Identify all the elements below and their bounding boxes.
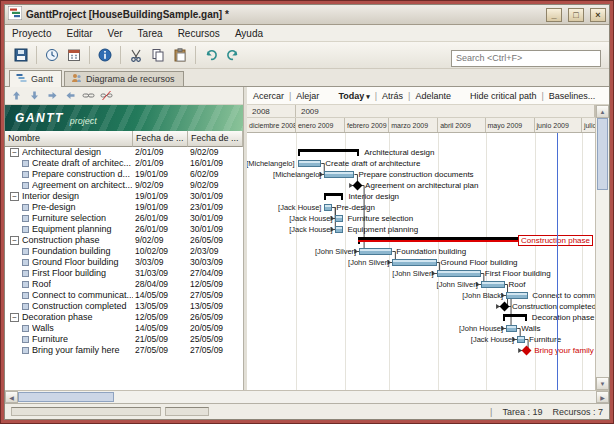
menu-item-proyecto[interactable]: Proyecto <box>12 28 51 39</box>
task-row[interactable]: −Interior design19/01/0930/01/09 <box>5 191 243 202</box>
paste-icon[interactable] <box>169 44 191 66</box>
task-start-date: 14/05/09 <box>133 323 188 334</box>
maximize-button[interactable]: □ <box>568 8 584 22</box>
gantt-task-bar[interactable] <box>481 281 505 288</box>
scroll-right-button[interactable]: ▶ <box>596 391 609 403</box>
title-bar[interactable]: GanttProject [HouseBuildingSample.gan] *… <box>5 5 609 25</box>
resource-label: [John House] <box>459 324 503 333</box>
task-row[interactable]: Agreement on architect...9/02/099/02/09 <box>5 180 243 191</box>
task-row[interactable]: Prepare construction d...19/01/096/02/09 <box>5 169 243 180</box>
chart-control-alejar[interactable]: Alejar <box>296 91 319 101</box>
gantt-summary-bar[interactable] <box>503 314 527 317</box>
gantt-task-bar[interactable] <box>324 171 354 178</box>
task-row[interactable]: Roof28/04/0912/05/09 <box>5 279 243 290</box>
tree-expander-icon[interactable]: − <box>10 148 19 157</box>
menu-item-tarea[interactable]: Tarea <box>138 28 163 39</box>
copy-icon[interactable] <box>147 44 169 66</box>
task-count-label: Tarea : 19 <box>502 407 542 417</box>
task-name-cell: Furniture selection <box>5 213 133 224</box>
task-row[interactable]: Furniture21/05/0925/05/09 <box>5 334 243 345</box>
chart-control-acercar[interactable]: Acercar <box>253 91 284 101</box>
calendar-icon[interactable] <box>63 44 85 66</box>
task-row[interactable]: Pre-design19/01/0923/01/09 <box>5 202 243 213</box>
tree-expander-icon[interactable]: − <box>10 236 19 245</box>
save-icon[interactable] <box>10 44 32 66</box>
tree-indent <box>7 306 19 307</box>
chart-control-baselines[interactable]: Baselines... <box>549 91 596 101</box>
task-row[interactable]: Connect to communicat...14/05/0927/05/09 <box>5 290 243 301</box>
gantt-task-bar[interactable] <box>324 204 332 211</box>
task-row[interactable]: Ground Floor building3/03/0930/03/09 <box>5 257 243 268</box>
vertical-scrollbar[interactable]: ▲ ▼ <box>595 105 609 390</box>
logo-title: GANTT <box>15 111 64 125</box>
undo-icon[interactable] <box>200 44 222 66</box>
task-row[interactable]: Walls14/05/0920/05/09 <box>5 323 243 334</box>
chart-control-hide-critical-path[interactable]: Hide critical path <box>470 91 537 101</box>
task-start-date: 9/02/09 <box>133 180 188 191</box>
gantt-task-bar[interactable] <box>437 270 481 277</box>
menu-item-recursos[interactable]: Recursos <box>178 28 220 39</box>
gantt-task-bar[interactable] <box>298 160 322 167</box>
gantt-task-bar[interactable] <box>392 259 436 266</box>
outdent-icon[interactable] <box>63 89 78 103</box>
gantt-summary-bar[interactable] <box>324 193 343 196</box>
chart-control-today[interactable]: Today▾ <box>338 91 369 101</box>
toolbar-buttons <box>10 44 244 66</box>
task-row[interactable]: Bring your family here27/05/0927/05/09 <box>5 345 243 356</box>
task-name-cell: Furniture <box>5 334 133 345</box>
task-row[interactable]: Foundation building10/02/092/03/09 <box>5 246 243 257</box>
chart-control-atr-s[interactable]: Atrás <box>382 91 403 101</box>
close-button[interactable]: × <box>590 8 606 22</box>
gantt-task-bar[interactable] <box>506 325 517 332</box>
column-header-fecha-de-2[interactable]: Fecha de ... <box>188 131 243 147</box>
scroll-down-button[interactable]: ▼ <box>596 377 609 390</box>
gantt-summary-bar[interactable] <box>298 149 360 152</box>
tree-expander-icon[interactable]: − <box>10 313 19 322</box>
unlink-tasks-icon[interactable] <box>99 89 114 103</box>
minimize-button[interactable]: _ <box>546 8 562 22</box>
task-row[interactable]: Create draft of architec...2/01/0916/01/… <box>5 158 243 169</box>
vertical-scroll-track[interactable] <box>596 118 609 377</box>
tree-indent <box>7 207 19 208</box>
horizontal-scroll-track[interactable] <box>18 391 596 403</box>
task-name-label: Equipment planning <box>32 224 112 235</box>
menu-item-ver[interactable]: Ver <box>108 28 123 39</box>
arrow-down-icon[interactable] <box>27 89 42 103</box>
task-leaf-icon <box>22 204 29 211</box>
task-row[interactable]: First Floor building31/03/0927/04/09 <box>5 268 243 279</box>
task-end-date: 6/02/09 <box>188 169 243 180</box>
indent-icon[interactable] <box>45 89 60 103</box>
gantt-task-bar[interactable] <box>517 336 525 343</box>
gantt-task-bar[interactable] <box>506 292 528 299</box>
cut-icon[interactable] <box>125 44 147 66</box>
column-header-fecha-de-1[interactable]: Fecha de ... <box>133 131 188 147</box>
menu-item-editar[interactable]: Editar <box>66 28 92 39</box>
scroll-left-button[interactable]: ◀ <box>5 391 18 403</box>
scroll-up-button[interactable]: ▲ <box>596 105 609 118</box>
task-row[interactable]: −Construction phase9/02/0926/05/09 <box>5 235 243 246</box>
clock-icon[interactable] <box>41 44 63 66</box>
column-header-nombre-0[interactable]: Nombre <box>5 131 133 147</box>
gantt-task-bar[interactable] <box>335 215 343 222</box>
task-row[interactable]: Construction completed13/05/0913/05/09 <box>5 301 243 312</box>
gantt-task-bar[interactable] <box>359 248 392 255</box>
tree-expander-icon[interactable]: − <box>10 192 19 201</box>
arrow-up-icon[interactable] <box>9 89 24 103</box>
search-input[interactable] <box>451 50 601 67</box>
chart-control-adelante[interactable]: Adelante <box>415 91 451 101</box>
horizontal-scroll-thumb[interactable] <box>18 392 114 402</box>
link-tasks-icon[interactable] <box>81 89 96 103</box>
menu-item-ayuda[interactable]: Ayuda <box>235 28 263 39</box>
task-row[interactable]: −Architectural design2/01/099/02/09 <box>5 147 243 158</box>
timeline-year-2009: 2009 <box>296 105 595 117</box>
redo-icon[interactable] <box>222 44 244 66</box>
task-row[interactable]: −Decoration phase12/05/0926/05/09 <box>5 312 243 323</box>
task-row[interactable]: Equipment planning26/01/0930/01/09 <box>5 224 243 235</box>
tab-gantt[interactable]: Gantt <box>9 70 62 87</box>
gantt-task-bar[interactable] <box>335 226 343 233</box>
horizontal-scrollbar[interactable]: ◀ ▶ <box>5 390 609 403</box>
info-icon[interactable] <box>94 44 116 66</box>
task-row[interactable]: Furniture selection26/01/0930/01/09 <box>5 213 243 224</box>
vertical-scroll-thumb[interactable] <box>597 118 608 190</box>
tab-diagrama-de-recursos[interactable]: Diagrama de recursos <box>64 71 184 86</box>
